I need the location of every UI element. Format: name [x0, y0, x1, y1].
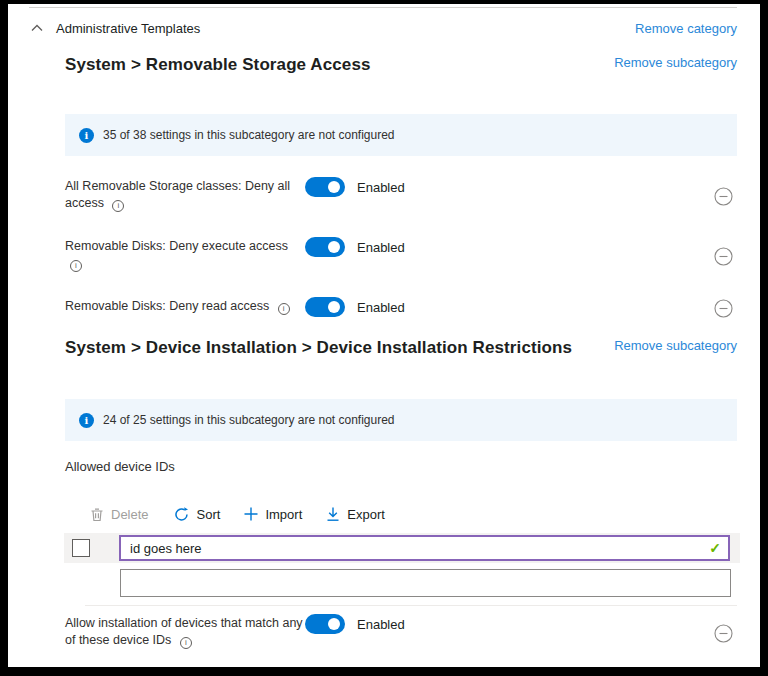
sort-button[interactable]: Sort — [173, 506, 221, 523]
list-toolbar: Delete Sort Import Export — [90, 504, 737, 524]
chevron-up-icon[interactable] — [31, 24, 43, 32]
setting-toggle[interactable] — [305, 237, 345, 257]
banner-text: 24 of 25 settings in this subcategory ar… — [103, 413, 395, 427]
section-title: System > Removable Storage Access — [65, 55, 371, 75]
minus-circle-icon[interactable] — [714, 624, 733, 643]
toggle-state-label: Enabled — [357, 297, 405, 315]
setting-label: Removable Disks: Deny execute access i — [65, 237, 305, 272]
setting-row: Allow installation of devices that match… — [65, 614, 737, 649]
setting-label: Allow installation of devices that match… — [65, 614, 305, 649]
info-icon[interactable]: i — [278, 303, 290, 315]
category-title: Administrative Templates — [56, 21, 200, 36]
toggle-state-label: Enabled — [357, 237, 405, 255]
list-editor-label: Allowed device IDs — [65, 459, 737, 474]
settings-panel: Administrative Templates Remove category… — [8, 4, 760, 667]
export-button[interactable]: Export — [326, 507, 385, 522]
sort-icon — [173, 506, 190, 523]
row-checkbox[interactable] — [72, 539, 90, 557]
info-banner: i 35 of 38 settings in this subcategory … — [65, 114, 737, 156]
remove-subcategory-link[interactable]: Remove subcategory — [614, 338, 737, 353]
top-divider — [29, 7, 737, 8]
delete-label: Delete — [111, 507, 149, 522]
toggle-state-label: Enabled — [357, 614, 405, 632]
sort-label: Sort — [197, 507, 221, 522]
trash-icon — [90, 507, 104, 522]
import-button[interactable]: Import — [244, 507, 302, 522]
setting-row: Removable Disks: Deny execute access i E… — [65, 237, 737, 297]
id-list-row-empty — [120, 569, 737, 597]
device-id-input-empty[interactable] — [120, 569, 731, 597]
plus-icon — [244, 507, 258, 521]
remove-category-link[interactable]: Remove category — [635, 21, 737, 36]
section-device-installation: System > Device Installation > Device In… — [65, 338, 737, 649]
id-list-row: ✓ — [64, 533, 740, 563]
info-icon: i — [79, 128, 94, 143]
toggle-state-label: Enabled — [357, 177, 405, 195]
setting-toggle[interactable] — [305, 177, 345, 197]
minus-circle-icon[interactable] — [714, 187, 733, 206]
setting-label: All Removable Storage classes: Deny all … — [65, 177, 305, 212]
export-label: Export — [347, 507, 385, 522]
section-removable-storage: System > Removable Storage Access Remove… — [65, 55, 737, 323]
setting-row: All Removable Storage classes: Deny all … — [65, 177, 737, 237]
banner-text: 35 of 38 settings in this subcategory ar… — [103, 128, 395, 142]
info-banner: i 24 of 25 settings in this subcategory … — [65, 399, 737, 441]
setting-toggle[interactable] — [305, 614, 345, 634]
setting-label-text: All Removable Storage classes: Deny all … — [65, 179, 290, 210]
info-icon[interactable]: i — [70, 260, 82, 272]
setting-label-text: Removable Disks: Deny read access — [65, 299, 269, 313]
setting-toggle[interactable] — [305, 297, 345, 317]
remove-subcategory-link[interactable]: Remove subcategory — [614, 55, 737, 70]
list-divider — [85, 605, 737, 606]
import-label: Import — [265, 507, 302, 522]
minus-circle-icon[interactable] — [714, 299, 733, 318]
info-icon: i — [79, 413, 94, 428]
setting-row: Removable Disks: Deny read access i Enab… — [65, 297, 737, 323]
delete-button[interactable]: Delete — [90, 507, 149, 522]
info-icon[interactable]: i — [180, 637, 192, 649]
setting-label-text: Removable Disks: Deny execute access — [65, 239, 288, 253]
info-icon[interactable]: i — [112, 200, 124, 212]
minus-circle-icon[interactable] — [714, 247, 733, 266]
category-header: Administrative Templates Remove category — [29, 19, 737, 37]
device-id-input[interactable] — [119, 535, 730, 561]
download-icon — [326, 507, 340, 522]
setting-label: Removable Disks: Deny read access i — [65, 297, 305, 315]
section-title: System > Device Installation > Device In… — [65, 338, 572, 358]
checkmark-icon: ✓ — [709, 540, 721, 556]
